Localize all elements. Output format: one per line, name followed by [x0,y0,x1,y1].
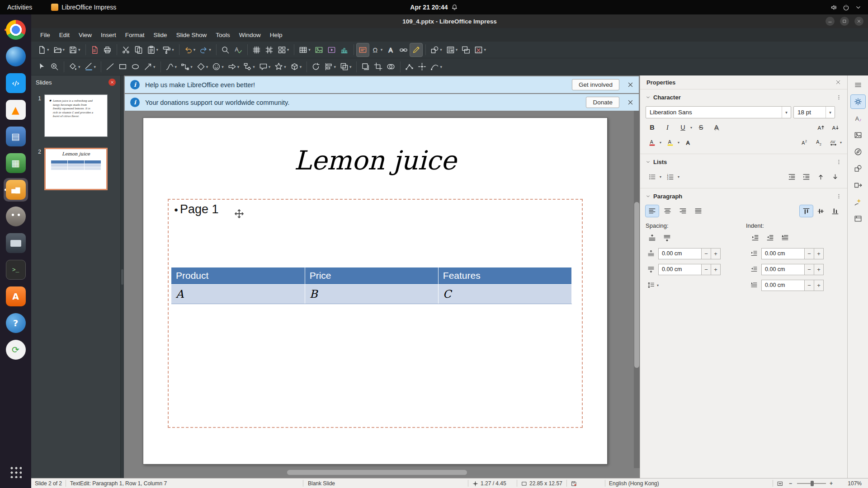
move-up-button[interactable] [814,171,827,183]
superscript-button[interactable]: A2 [798,136,811,148]
menu-edit[interactable]: Edit [55,30,74,40]
to-curve-button[interactable]: ▾ [429,60,444,73]
points-button[interactable] [403,60,415,73]
dropdown-arrow-icon[interactable]: ▾ [47,47,49,52]
highlight-color-options-icon[interactable]: ▾ [678,141,679,145]
first-line-indent-field[interactable]: 0.00 cm − + [761,280,824,291]
font-size-select[interactable]: 18 pt ▾ [793,106,835,118]
zoom-out-button[interactable]: − [789,479,792,488]
arrow-button[interactable]: ▾ [142,60,157,73]
curve-button[interactable]: ▾ [164,60,179,73]
menu-tools[interactable]: Tools [211,30,235,40]
slide-info[interactable]: Slide 2 of 2 [35,479,62,488]
first-line-indent-input[interactable]: 0.00 cm [761,280,805,291]
clone-formatting-button[interactable]: ▾ [160,43,176,56]
font-color-button[interactable]: A [646,136,659,148]
dismiss-infobar-button[interactable] [627,99,633,105]
close-panel-button[interactable] [108,79,116,86]
move-down-button[interactable] [829,171,842,183]
menu-file[interactable]: File [36,30,55,40]
collapse-icon[interactable] [646,194,651,199]
display-grid-button[interactable] [250,43,263,56]
dock-file-manager[interactable] [4,231,28,255]
filter-button[interactable] [385,60,397,73]
dock-vlc[interactable] [4,98,28,122]
crop-button[interactable] [372,60,384,73]
dropdown-arrow-icon[interactable]: ▾ [308,47,311,52]
dropdown-arrow-icon[interactable]: ▾ [190,65,193,69]
dropdown-arrow-icon[interactable]: ▾ [172,47,174,52]
dock-libreoffice-impress[interactable] [4,178,28,202]
increment-button[interactable]: + [814,280,824,291]
scrollbar-thumb[interactable] [634,202,639,368]
system-tray[interactable] [830,4,868,11]
increase-indent-button[interactable] [749,232,762,244]
slide-title[interactable]: Lemon juice [143,145,607,176]
demote-button[interactable] [800,171,813,183]
power-icon[interactable] [843,4,849,11]
special-character-button[interactable]: Ω▾ [369,43,385,56]
dropdown-arrow-icon[interactable]: ▾ [349,65,352,69]
dropdown-arrow-icon[interactable]: ▾ [94,65,96,69]
dock-ubuntu-software[interactable] [4,285,28,308]
bold-button[interactable]: B [646,122,659,133]
slide-thumbnail-1[interactable]: 1 ● Lemon juice is a refreshing and tang… [34,94,118,137]
image-button[interactable] [313,43,325,56]
dock-blue-sphere-app[interactable] [4,45,28,68]
minimize-button[interactable] [826,17,835,26]
stars-button[interactable]: ▾ [273,60,288,73]
undo-button[interactable]: ▾ [182,43,198,56]
align-bottom-button[interactable] [829,205,842,217]
splitter-handle[interactable] [121,269,123,285]
bullet-paragraph[interactable]: ● Page 1 [174,202,219,216]
find-replace-button[interactable] [219,43,231,56]
decrement-button[interactable]: − [805,248,814,259]
dropdown-arrow-icon[interactable]: ▾ [209,47,211,52]
dock-gimp[interactable] [4,205,28,228]
spacing-below-input[interactable]: 0.00 cm [658,264,702,275]
dropdown-arrow-icon[interactable]: ▾ [253,65,255,69]
increment-button[interactable]: + [711,248,721,259]
close-sidebar-button[interactable] [835,80,841,85]
section-options-icon[interactable] [836,159,842,165]
dropdown-arrow-icon[interactable]: ▾ [78,65,80,69]
dropdown-arrow-icon[interactable]: ▾ [193,47,196,52]
zoom-in-button[interactable]: + [830,479,833,488]
thumbnail-preview[interactable]: ● Lemon juice is a refreshing and tangy … [44,94,108,137]
table-button[interactable]: ▾ [297,43,312,56]
slide[interactable]: Lemon juice ● Page 1 ProductPriceFeature… [143,117,608,465]
slide-thumbnail-2[interactable]: 2 Lemon juice [34,148,118,190]
italic-button[interactable]: I [661,122,674,133]
thumbnail-preview-selected[interactable]: Lemon juice [44,148,108,190]
close-button[interactable] [854,17,863,26]
sidebar-tab-shapes[interactable] [851,162,865,175]
sidebar-tab-slide-transition[interactable] [851,178,865,192]
sidebar-tab-navigator[interactable] [851,145,865,159]
dock-google-chrome[interactable] [4,18,28,42]
content-textbox[interactable]: ● Page 1 ProductPriceFeaturesABC [168,199,583,428]
dropdown-arrow-icon[interactable]: ▾ [78,47,80,52]
promote-button[interactable] [785,171,798,183]
snap-grid-button[interactable] [263,43,275,56]
open-button[interactable]: ▾ [52,43,67,56]
increase-spacing-button[interactable] [646,232,659,244]
vertical-scrollbar[interactable] [634,111,640,468]
dock-app-grid[interactable] [4,460,28,483]
panel-splitter[interactable] [121,75,124,478]
chevron-down-icon[interactable]: ▾ [782,107,791,118]
dropdown-arrow-icon[interactable]: ▾ [381,47,383,52]
shapes-button[interactable]: ▾ [429,43,444,56]
dismiss-infobar-button[interactable] [627,82,633,88]
underline-options-icon[interactable]: ▾ [690,126,692,130]
indent-before-field[interactable]: 0.00 cm − + [761,248,824,259]
align-left-button[interactable] [646,205,659,217]
section-options-icon[interactable] [836,94,842,100]
decrement-button[interactable]: − [805,280,814,291]
display-views-button[interactable]: ▾ [276,43,291,56]
sidebar-tab-animation[interactable] [851,195,865,209]
menu-format[interactable]: Format [121,30,149,40]
dropdown-arrow-icon[interactable]: ▾ [153,65,156,69]
menu-slide[interactable]: Slide [149,30,172,40]
decrease-font-size-button[interactable]: A [829,122,842,133]
menu-slide-show[interactable]: Slide Show [172,30,212,40]
